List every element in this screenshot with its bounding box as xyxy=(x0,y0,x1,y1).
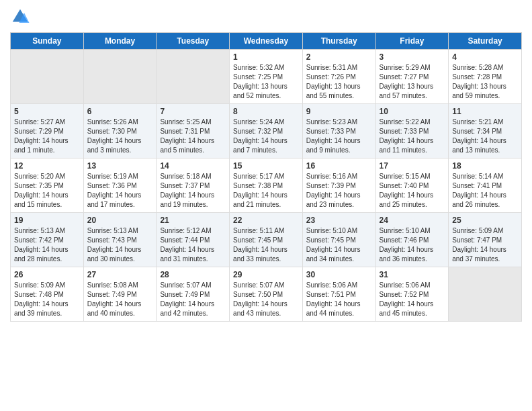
calendar-cell: 11Sunrise: 5:21 AMSunset: 7:34 PMDayligh… xyxy=(449,104,522,158)
day-number: 4 xyxy=(452,52,518,62)
day-number: 2 xyxy=(306,52,372,62)
calendar-week-5: 26Sunrise: 5:09 AMSunset: 7:48 PMDayligh… xyxy=(11,267,522,322)
day-info: Sunrise: 5:08 AMSunset: 7:49 PMDaylight:… xyxy=(87,281,153,318)
weekday-header-tuesday: Tuesday xyxy=(157,33,230,50)
day-number: 30 xyxy=(306,270,372,279)
day-info: Sunrise: 5:07 AMSunset: 7:49 PMDaylight:… xyxy=(160,281,226,318)
calendar-cell: 1Sunrise: 5:32 AMSunset: 7:25 PMDaylight… xyxy=(230,50,303,104)
day-number: 26 xyxy=(14,270,80,279)
calendar-cell: 17Sunrise: 5:15 AMSunset: 7:40 PMDayligh… xyxy=(375,158,449,213)
day-number: 25 xyxy=(452,216,518,225)
calendar-cell: 20Sunrise: 5:13 AMSunset: 7:43 PMDayligh… xyxy=(83,213,157,267)
day-number: 21 xyxy=(160,216,226,225)
day-number: 20 xyxy=(87,216,153,225)
day-info: Sunrise: 5:10 AMSunset: 7:45 PMDaylight:… xyxy=(306,226,372,264)
day-number: 10 xyxy=(380,107,445,116)
day-number: 15 xyxy=(233,161,299,171)
calendar-cell: 29Sunrise: 5:07 AMSunset: 7:50 PMDayligh… xyxy=(230,267,303,322)
day-number: 12 xyxy=(14,161,80,171)
day-info: Sunrise: 5:09 AMSunset: 7:48 PMDaylight:… xyxy=(14,281,80,318)
calendar-cell: 7Sunrise: 5:25 AMSunset: 7:31 PMDaylight… xyxy=(157,104,230,158)
weekday-header-monday: Monday xyxy=(83,33,157,50)
day-number: 14 xyxy=(160,161,226,171)
logo xyxy=(10,7,33,27)
day-info: Sunrise: 5:21 AMSunset: 7:34 PMDaylight:… xyxy=(452,118,518,155)
calendar-cell: 21Sunrise: 5:12 AMSunset: 7:44 PMDayligh… xyxy=(157,213,230,267)
day-info: Sunrise: 5:18 AMSunset: 7:37 PMDaylight:… xyxy=(160,172,226,210)
calendar-cell: 6Sunrise: 5:26 AMSunset: 7:30 PMDaylight… xyxy=(83,104,157,158)
day-info: Sunrise: 5:23 AMSunset: 7:33 PMDaylight:… xyxy=(306,118,372,155)
calendar-week-3: 12Sunrise: 5:20 AMSunset: 7:35 PMDayligh… xyxy=(11,158,522,213)
day-number: 8 xyxy=(233,107,299,116)
day-info: Sunrise: 5:10 AMSunset: 7:46 PMDaylight:… xyxy=(380,226,445,264)
calendar-week-2: 5Sunrise: 5:27 AMSunset: 7:29 PMDaylight… xyxy=(11,104,522,158)
calendar-cell: 8Sunrise: 5:24 AMSunset: 7:32 PMDaylight… xyxy=(230,104,303,158)
calendar-cell: 3Sunrise: 5:29 AMSunset: 7:27 PMDaylight… xyxy=(375,50,449,104)
day-number: 31 xyxy=(380,270,445,279)
day-info: Sunrise: 5:20 AMSunset: 7:35 PMDaylight:… xyxy=(14,172,80,210)
day-number: 5 xyxy=(14,107,80,116)
day-number: 28 xyxy=(160,270,226,279)
header xyxy=(10,7,522,27)
day-number: 22 xyxy=(233,216,299,225)
weekday-header-friday: Friday xyxy=(375,33,449,50)
calendar-cell: 30Sunrise: 5:06 AMSunset: 7:51 PMDayligh… xyxy=(302,267,375,322)
calendar-cell xyxy=(157,50,230,104)
day-number: 18 xyxy=(452,161,518,171)
day-info: Sunrise: 5:06 AMSunset: 7:52 PMDaylight:… xyxy=(380,281,445,318)
calendar-week-4: 19Sunrise: 5:13 AMSunset: 7:42 PMDayligh… xyxy=(11,213,522,267)
day-info: Sunrise: 5:11 AMSunset: 7:45 PMDaylight:… xyxy=(233,226,299,264)
day-info: Sunrise: 5:31 AMSunset: 7:26 PMDaylight:… xyxy=(306,63,372,101)
calendar-cell: 2Sunrise: 5:31 AMSunset: 7:26 PMDaylight… xyxy=(302,50,375,104)
day-number: 1 xyxy=(233,52,299,62)
day-number: 29 xyxy=(233,270,299,279)
calendar-week-1: 1Sunrise: 5:32 AMSunset: 7:25 PMDaylight… xyxy=(11,50,522,104)
weekday-header-wednesday: Wednesday xyxy=(230,33,303,50)
day-info: Sunrise: 5:17 AMSunset: 7:38 PMDaylight:… xyxy=(233,172,299,210)
day-info: Sunrise: 5:07 AMSunset: 7:50 PMDaylight:… xyxy=(233,281,299,318)
calendar-cell: 13Sunrise: 5:19 AMSunset: 7:36 PMDayligh… xyxy=(83,158,157,213)
day-info: Sunrise: 5:24 AMSunset: 7:32 PMDaylight:… xyxy=(233,118,299,155)
calendar-body: 1Sunrise: 5:32 AMSunset: 7:25 PMDaylight… xyxy=(11,50,522,322)
day-info: Sunrise: 5:32 AMSunset: 7:25 PMDaylight:… xyxy=(233,63,299,101)
day-info: Sunrise: 5:15 AMSunset: 7:40 PMDaylight:… xyxy=(380,172,445,210)
calendar-header: SundayMondayTuesdayWednesdayThursdayFrid… xyxy=(11,33,522,50)
day-number: 9 xyxy=(306,107,372,116)
day-info: Sunrise: 5:26 AMSunset: 7:30 PMDaylight:… xyxy=(87,118,153,155)
day-number: 27 xyxy=(87,270,153,279)
calendar-cell: 9Sunrise: 5:23 AMSunset: 7:33 PMDaylight… xyxy=(302,104,375,158)
calendar-cell: 16Sunrise: 5:16 AMSunset: 7:39 PMDayligh… xyxy=(302,158,375,213)
calendar-cell: 5Sunrise: 5:27 AMSunset: 7:29 PMDaylight… xyxy=(11,104,84,158)
day-info: Sunrise: 5:16 AMSunset: 7:39 PMDaylight:… xyxy=(306,172,372,210)
day-info: Sunrise: 5:28 AMSunset: 7:28 PMDaylight:… xyxy=(452,63,518,101)
day-info: Sunrise: 5:12 AMSunset: 7:44 PMDaylight:… xyxy=(160,226,226,264)
day-info: Sunrise: 5:19 AMSunset: 7:36 PMDaylight:… xyxy=(87,172,153,210)
day-info: Sunrise: 5:09 AMSunset: 7:47 PMDaylight:… xyxy=(452,226,518,264)
day-info: Sunrise: 5:14 AMSunset: 7:41 PMDaylight:… xyxy=(452,172,518,210)
calendar-cell: 27Sunrise: 5:08 AMSunset: 7:49 PMDayligh… xyxy=(83,267,157,322)
day-number: 3 xyxy=(380,52,445,62)
day-number: 11 xyxy=(452,107,518,116)
weekday-header-row: SundayMondayTuesdayWednesdayThursdayFrid… xyxy=(11,33,522,50)
logo-icon xyxy=(10,7,30,27)
calendar-cell: 25Sunrise: 5:09 AMSunset: 7:47 PMDayligh… xyxy=(449,213,522,267)
day-info: Sunrise: 5:06 AMSunset: 7:51 PMDaylight:… xyxy=(306,281,372,318)
day-number: 19 xyxy=(14,216,80,225)
weekday-header-sunday: Sunday xyxy=(11,33,84,50)
calendar-cell: 14Sunrise: 5:18 AMSunset: 7:37 PMDayligh… xyxy=(157,158,230,213)
calendar-cell xyxy=(83,50,157,104)
calendar-cell: 28Sunrise: 5:07 AMSunset: 7:49 PMDayligh… xyxy=(157,267,230,322)
calendar-cell: 23Sunrise: 5:10 AMSunset: 7:45 PMDayligh… xyxy=(302,213,375,267)
calendar-cell: 4Sunrise: 5:28 AMSunset: 7:28 PMDaylight… xyxy=(449,50,522,104)
day-number: 24 xyxy=(380,216,445,225)
weekday-header-saturday: Saturday xyxy=(449,33,522,50)
calendar-cell: 22Sunrise: 5:11 AMSunset: 7:45 PMDayligh… xyxy=(230,213,303,267)
calendar-table: SundayMondayTuesdayWednesdayThursdayFrid… xyxy=(10,32,522,322)
calendar-cell: 19Sunrise: 5:13 AMSunset: 7:42 PMDayligh… xyxy=(11,213,84,267)
day-number: 16 xyxy=(306,161,372,171)
day-number: 23 xyxy=(306,216,372,225)
calendar-cell xyxy=(11,50,84,104)
calendar-cell: 10Sunrise: 5:22 AMSunset: 7:33 PMDayligh… xyxy=(375,104,449,158)
weekday-header-thursday: Thursday xyxy=(302,33,375,50)
day-number: 13 xyxy=(87,161,153,171)
